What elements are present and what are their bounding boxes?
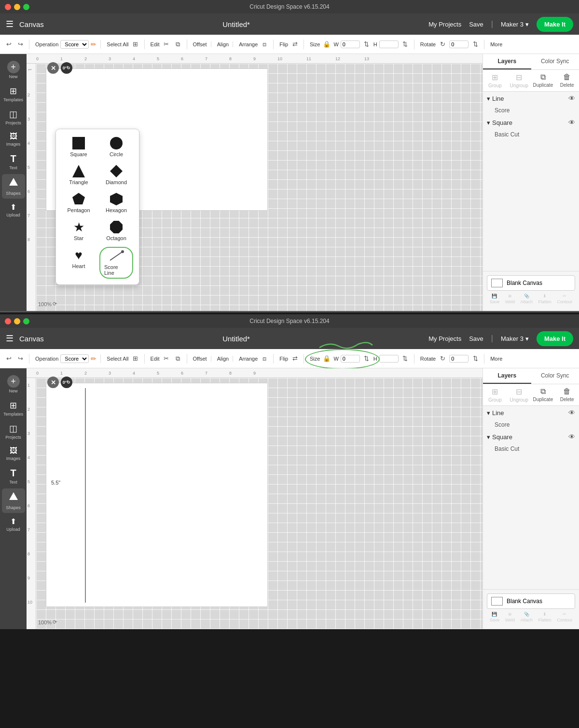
copy-icon-2[interactable]: ⧉: [173, 354, 183, 364]
arrange-icon-2[interactable]: ⧈: [260, 354, 269, 364]
width-input[interactable]: [341, 40, 360, 48]
layer-square-header-1[interactable]: ▾ Square 👁: [483, 116, 579, 129]
sidebar-item-new[interactable]: + New: [2, 58, 25, 82]
tab-color-sync-2[interactable]: Color Sync: [531, 368, 579, 384]
footer-weld-2[interactable]: ⊕ Weld: [505, 612, 515, 622]
sidebar-item-new-2[interactable]: + New: [2, 372, 25, 396]
layer-square-eye-1[interactable]: 👁: [568, 119, 575, 126]
shape-score-line[interactable]: Score Line: [99, 247, 133, 279]
make-it-btn-2[interactable]: Make It: [537, 331, 573, 346]
sidebar-item-shapes-2[interactable]: Shapes: [2, 488, 25, 513]
zoom-reset-icon[interactable]: ⟳: [53, 301, 57, 307]
hamburger-menu-2[interactable]: ☰: [6, 333, 14, 344]
footer-attach-1[interactable]: 📎 Attach: [520, 294, 533, 304]
edit-icon-2[interactable]: ✂: [162, 354, 171, 364]
shape-square[interactable]: Square: [62, 135, 96, 159]
footer-save-2[interactable]: 💾 Save: [490, 612, 500, 622]
my-projects-btn-2[interactable]: My Projects: [428, 335, 461, 342]
layer-line-header-2[interactable]: ▾ Line 👁: [483, 406, 579, 419]
ungroup-btn-1[interactable]: ⊟ Ungroup: [507, 70, 531, 91]
operation-select[interactable]: Score: [60, 40, 89, 49]
sidebar-item-templates[interactable]: ⊞ Templates: [2, 83, 25, 105]
blank-canvas-btn-2[interactable]: Blank Canvas: [487, 593, 575, 609]
canvas-close-btn-2[interactable]: ✕: [47, 377, 59, 388]
make-it-btn-1[interactable]: Make It: [537, 17, 573, 32]
shape-pentagon[interactable]: Pentagon: [62, 191, 96, 215]
lock-icon-2[interactable]: 🔒: [322, 354, 331, 364]
sidebar-item-text-2[interactable]: T Text: [2, 465, 25, 487]
save-btn-1[interactable]: Save: [469, 21, 483, 28]
canvas-area-1[interactable]: 0 1 2 3 4 5 6 7 8 9 10 11 12 13: [27, 54, 482, 311]
tab-color-sync-1[interactable]: Color Sync: [531, 54, 579, 69]
ungroup-btn-2[interactable]: ⊟ Ungroup: [507, 384, 531, 405]
lock-icon[interactable]: 🔒: [322, 40, 331, 49]
redo-icon[interactable]: ↪: [15, 40, 25, 49]
layer-line-header-1[interactable]: ▾ Line 👁: [483, 92, 579, 105]
footer-contour-1[interactable]: ✂ Contour: [557, 294, 572, 304]
delete-btn-1[interactable]: 🗑 Delete: [555, 70, 579, 91]
shape-circle[interactable]: Circle: [99, 135, 133, 159]
group-btn-1[interactable]: ⊞ Group: [483, 70, 507, 91]
machine-btn-2[interactable]: Maker 3 ▾: [501, 335, 529, 342]
operation-select-2[interactable]: Score: [60, 354, 89, 363]
sidebar-item-projects-2[interactable]: ◫ Projects: [2, 420, 25, 443]
duplicate-btn-1[interactable]: ⧉ Duplicate: [531, 70, 555, 91]
more-label-2[interactable]: More: [490, 356, 502, 362]
sidebar-item-upload-2[interactable]: ⬆ Upload: [2, 514, 25, 535]
sidebar-item-text[interactable]: T Text: [2, 150, 25, 173]
flip-icon[interactable]: ⇄: [290, 40, 300, 49]
save-btn-2[interactable]: Save: [469, 335, 483, 342]
shape-octagon[interactable]: Octagon: [99, 219, 133, 243]
height-input-2[interactable]: 5.5: [379, 355, 399, 363]
canvas-rotate-btn[interactable]: 0°↻: [61, 62, 72, 74]
footer-attach-2[interactable]: 📎 Attach: [520, 612, 533, 622]
sidebar-item-projects[interactable]: ◫ Projects: [2, 106, 25, 128]
footer-flatten-1[interactable]: ⬇ Flatten: [538, 294, 551, 304]
edit-icon[interactable]: ✂: [162, 40, 171, 49]
blank-canvas-btn-1[interactable]: Blank Canvas: [487, 275, 575, 291]
sidebar-item-images-2[interactable]: 🖼 Images: [2, 444, 25, 464]
select-all-icon[interactable]: ⊞: [131, 40, 140, 49]
machine-btn-1[interactable]: Maker 3 ▾: [501, 21, 529, 28]
minimize-button-1[interactable]: [14, 4, 20, 10]
undo-icon-2[interactable]: ↩: [4, 354, 14, 364]
tab-layers-2[interactable]: Layers: [483, 368, 531, 384]
footer-weld-1[interactable]: ⊕ Weld: [505, 294, 515, 304]
flip-icon-2[interactable]: ⇄: [290, 354, 300, 364]
my-projects-btn-1[interactable]: My Projects: [428, 21, 461, 28]
layer-line-eye-2[interactable]: 👁: [568, 409, 575, 417]
sidebar-item-shapes[interactable]: Shapes: [2, 174, 25, 199]
hamburger-menu-1[interactable]: ☰: [6, 19, 14, 29]
undo-icon[interactable]: ↩: [4, 40, 14, 49]
minimize-button-2[interactable]: [14, 318, 20, 324]
footer-contour-2[interactable]: ✂ Contour: [557, 612, 572, 622]
tab-layers-1[interactable]: Layers: [483, 54, 531, 69]
sidebar-item-images[interactable]: 🖼 Images: [2, 129, 25, 149]
canvas-rotate-btn-2[interactable]: 0°↻: [61, 377, 72, 388]
close-button-1[interactable]: [5, 4, 11, 10]
select-all-icon-2[interactable]: ⊞: [131, 354, 140, 364]
shape-triangle[interactable]: Triangle: [62, 163, 96, 187]
duplicate-btn-2[interactable]: ⧉ Duplicate: [531, 384, 555, 405]
width-input-2[interactable]: [341, 355, 360, 363]
layer-square-eye-2[interactable]: 👁: [568, 433, 575, 441]
shape-hexagon[interactable]: Hexagon: [99, 191, 133, 215]
redo-icon-2[interactable]: ↪: [15, 354, 25, 364]
footer-save-1[interactable]: 💾 Save: [490, 294, 500, 304]
sidebar-item-upload[interactable]: ⬆ Upload: [2, 200, 25, 220]
layer-square-header-2[interactable]: ▾ Square 👁: [483, 430, 579, 444]
canvas-area-2[interactable]: 0 1 2 3 4 5 6 7 8 9 1 2 3 4 5 6: [27, 368, 482, 629]
fullscreen-button-1[interactable]: [23, 4, 29, 10]
rotate-input[interactable]: [449, 40, 469, 48]
footer-flatten-2[interactable]: ⬇ Flatten: [538, 612, 551, 622]
copy-icon[interactable]: ⧉: [173, 40, 183, 49]
delete-btn-2[interactable]: 🗑 Delete: [555, 384, 579, 405]
sidebar-item-templates-2[interactable]: ⊞ Templates: [2, 397, 25, 419]
shape-heart[interactable]: ♥ Heart: [62, 247, 96, 279]
layer-line-eye-1[interactable]: 👁: [568, 94, 575, 102]
canvas-close-btn[interactable]: ✕: [47, 62, 59, 74]
group-btn-2[interactable]: ⊞ Group: [483, 384, 507, 405]
zoom-reset-icon-2[interactable]: ⟳: [53, 619, 57, 625]
shape-diamond[interactable]: Diamond: [99, 163, 133, 187]
rotate-input-2[interactable]: [449, 355, 469, 363]
